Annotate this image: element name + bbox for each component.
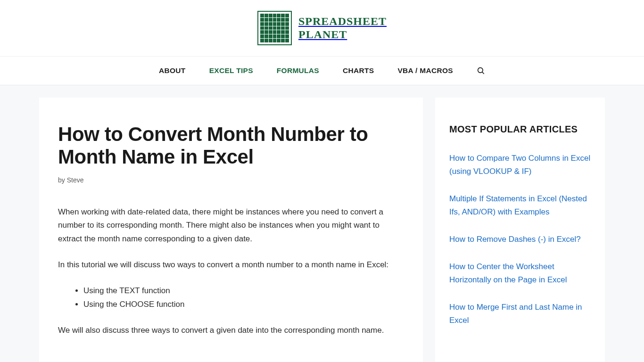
brand-line2: PLANET xyxy=(298,28,387,41)
popular-link[interactable]: How to Center the Worksheet Horizontally… xyxy=(449,262,567,284)
method-list: Using the TEXT function Using the CHOOSE… xyxy=(83,284,404,312)
search-button[interactable] xyxy=(477,66,485,75)
popular-articles-list: How to Compare Two Columns in Excel (usi… xyxy=(449,152,591,327)
byline: by Steve xyxy=(58,176,404,184)
popular-link[interactable]: How to Compare Two Columns in Excel (usi… xyxy=(449,154,590,176)
nav-item-formulas[interactable]: FORMULAS xyxy=(277,66,319,75)
search-icon xyxy=(477,66,485,75)
popular-item: How to Merge First and Last Name in Exce… xyxy=(449,301,591,327)
article-title: How to Convert Month Number to Month Nam… xyxy=(58,123,404,169)
popular-link[interactable]: How to Remove Dashes (-) in Excel? xyxy=(449,235,581,244)
author-link[interactable]: Steve xyxy=(67,176,84,184)
popular-link[interactable]: Multiple If Statements in Excel (Nested … xyxy=(449,194,587,216)
paragraph: We will also discuss three ways to conve… xyxy=(58,324,404,337)
nav-link[interactable]: FORMULAS xyxy=(277,66,319,74)
popular-link[interactable]: How to Merge First and Last Name in Exce… xyxy=(449,303,582,325)
popular-item: How to Remove Dashes (-) in Excel? xyxy=(449,233,591,246)
nav-item-excel-tips[interactable]: EXCEL TIPS xyxy=(209,66,253,75)
nav-link[interactable]: ABOUT xyxy=(159,66,186,74)
paragraph: In this tutorial we will discuss two way… xyxy=(58,258,404,272)
article-body: When working with date-related data, the… xyxy=(58,206,404,337)
nav-link[interactable]: CHARTS xyxy=(343,66,374,74)
paragraph: When working with date-related data, the… xyxy=(58,206,404,247)
list-item: Using the CHOOSE function xyxy=(83,298,404,312)
page-content: How to Convert Month Number to Month Nam… xyxy=(0,85,644,362)
logo-grid-icon xyxy=(257,11,292,45)
logo-text: SPREADSHEET PLANET xyxy=(298,15,387,41)
logo-link[interactable]: SPREADSHEET PLANET xyxy=(257,11,387,45)
byline-prefix: by xyxy=(58,176,67,184)
svg-point-0 xyxy=(478,68,483,73)
sidebar-heading: MOST POPULAR ARTICLES xyxy=(449,124,591,135)
popular-item: Multiple If Statements in Excel (Nested … xyxy=(449,192,591,219)
popular-item: How to Compare Two Columns in Excel (usi… xyxy=(449,152,591,178)
svg-line-1 xyxy=(482,72,484,74)
nav-item-charts[interactable]: CHARTS xyxy=(343,66,374,75)
nav-link[interactable]: EXCEL TIPS xyxy=(209,66,253,74)
popular-item: How to Center the Worksheet Horizontally… xyxy=(449,260,591,287)
brand-line1: SPREADSHEET xyxy=(298,15,387,28)
sidebar: MOST POPULAR ARTICLES How to Compare Two… xyxy=(435,98,605,362)
site-header: SPREADSHEET PLANET xyxy=(0,0,644,57)
nav-link[interactable]: VBA / MACROS xyxy=(397,66,453,74)
nav-item-vba-macros[interactable]: VBA / MACROS xyxy=(397,66,453,75)
main-nav: ABOUT EXCEL TIPS FORMULAS CHARTS VBA / M… xyxy=(0,57,644,85)
list-item: Using the TEXT function xyxy=(83,284,404,298)
nav-item-about[interactable]: ABOUT xyxy=(159,66,186,75)
article: How to Convert Month Number to Month Nam… xyxy=(39,98,423,362)
nav-list: ABOUT EXCEL TIPS FORMULAS CHARTS VBA / M… xyxy=(159,66,485,75)
